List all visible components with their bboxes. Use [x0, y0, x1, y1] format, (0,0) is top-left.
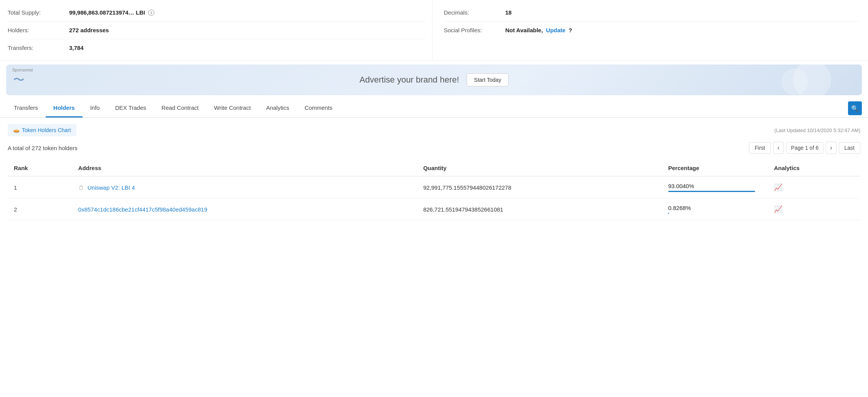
social-profiles-row: Social Profiles: Not Available, Update ? — [444, 22, 861, 39]
transfers-value: 3,784 — [69, 45, 84, 51]
holders-total-count: A total of 272 token holders — [8, 145, 78, 151]
top-info-section: Total Supply: 99,986,863.087213974… LBI … — [0, 0, 868, 61]
tab-comments[interactable]: Comments — [297, 99, 340, 117]
address-link-1[interactable]: Uniswap V2: LBI 4 — [88, 184, 135, 191]
total-supply-value: 99,986,863.087213974… LBI i — [69, 9, 154, 16]
holders-label: Holders: — [8, 27, 69, 33]
table-row: 2 0x8574c1dc186cbe21cf4417c5f98a40ed459a… — [8, 198, 860, 220]
rank-1: 1 — [8, 176, 72, 198]
tabs-container: Transfers Holders Info DEX Trades Read C… — [0, 99, 868, 118]
holders-table: Rank Address Quantity Percentage Analyti… — [8, 160, 860, 220]
tab-dex-trades[interactable]: DEX Trades — [108, 99, 154, 117]
holders-subheader: A total of 272 token holders First ‹ Pag… — [8, 142, 860, 154]
sponsored-banner: Sponsored 〜 Advertise your brand here! S… — [6, 65, 862, 95]
banner-text: Advertise your brand here! — [359, 75, 459, 85]
col-percentage: Percentage — [662, 160, 768, 176]
tabs-list: Transfers Holders Info DEX Trades Read C… — [6, 99, 340, 117]
percentage-bar-1 — [668, 191, 755, 192]
holders-header: 🥧 Token Holders Chart (Last Updated 10/1… — [8, 124, 860, 136]
pagination-next-button[interactable]: › — [826, 142, 836, 154]
total-supply-row: Total Supply: 99,986,863.087213974… LBI … — [8, 4, 424, 22]
tab-transfers[interactable]: Transfers — [6, 99, 46, 117]
file-icon-1: 🗒 — [78, 185, 84, 191]
address-cell-1: 🗒 Uniswap V2: LBI 4 — [72, 176, 417, 198]
percentage-bar-2 — [668, 213, 669, 214]
total-supply-info-icon[interactable]: i — [148, 10, 154, 16]
holders-section: 🥧 Token Holders Chart (Last Updated 10/1… — [0, 118, 868, 227]
tab-holders[interactable]: Holders — [46, 99, 83, 117]
pagination-last-button[interactable]: Last — [839, 142, 860, 154]
banner-start-today-button[interactable]: Start Today — [467, 73, 509, 86]
chart-icon: 🥧 — [13, 127, 20, 133]
table-header: Rank Address Quantity Percentage Analyti… — [8, 160, 860, 176]
pagination-prev-button[interactable]: ‹ — [773, 142, 784, 154]
analytics-icon-button-2[interactable]: 📈 — [774, 205, 782, 213]
quantity-1: 92,991,775.155579448026172278 — [417, 176, 662, 198]
col-analytics: Analytics — [768, 160, 860, 176]
rank-2: 2 — [8, 198, 72, 220]
quantity-2: 826,721.551947943852661081 — [417, 198, 662, 220]
table-body: 1 🗒 Uniswap V2: LBI 4 92,991,775.1555794… — [8, 176, 860, 220]
decorative-bird-icon: 〜 — [13, 72, 25, 88]
address-cell-2: 0x8574c1dc186cbe21cf4417c5f98a40ed459ac8… — [72, 198, 417, 220]
social-profiles-label: Social Profiles: — [444, 27, 505, 33]
pagination-page-info: Page 1 of 6 — [786, 142, 824, 154]
social-profiles-update-link[interactable]: Update — [546, 27, 566, 33]
transfers-label: Transfers: — [8, 45, 69, 51]
decimals-value: 18 — [505, 9, 512, 16]
pagination-first-button[interactable]: First — [749, 142, 771, 154]
tab-write-contract[interactable]: Write Contract — [206, 99, 258, 117]
table-row: 1 🗒 Uniswap V2: LBI 4 92,991,775.1555794… — [8, 176, 860, 198]
address-link-2[interactable]: 0x8574c1dc186cbe21cf4417c5f98a40ed459ac8… — [78, 206, 207, 213]
tab-read-contract[interactable]: Read Contract — [154, 99, 207, 117]
percentage-cell-2: 0.8268% — [662, 198, 768, 220]
col-quantity: Quantity — [417, 160, 662, 176]
decorative-circle-2 — [781, 68, 808, 95]
tab-info[interactable]: Info — [83, 99, 108, 117]
decimals-label: Decimals: — [444, 9, 505, 16]
social-profiles-value: Not Available, Update ? — [505, 27, 572, 33]
percentage-cell-1: 93.0040% — [662, 176, 768, 198]
right-panel: Decimals: 18 Social Profiles: Not Availa… — [432, 0, 868, 60]
transfers-row: Transfers: 3,784 — [8, 39, 424, 56]
tab-analytics[interactable]: Analytics — [258, 99, 297, 117]
holders-row: Holders: 272 addresses — [8, 22, 424, 39]
sponsored-label: Sponsored — [12, 68, 33, 72]
search-icon: 🔍 — [851, 105, 859, 112]
decimals-row: Decimals: 18 — [444, 4, 861, 22]
holders-value: 272 addresses — [69, 27, 109, 33]
col-rank: Rank — [8, 160, 72, 176]
last-updated-text: (Last Updated 10/14/2020 5:32:47 AM) — [774, 127, 860, 133]
left-panel: Total Supply: 99,986,863.087213974… LBI … — [0, 0, 432, 60]
analytics-cell-1: 📈 — [768, 176, 860, 198]
total-supply-label: Total Supply: — [8, 9, 69, 16]
pagination: First ‹ Page 1 of 6 › Last — [749, 142, 860, 154]
analytics-icon-button-1[interactable]: 📈 — [774, 183, 782, 192]
search-button[interactable]: 🔍 — [848, 101, 862, 115]
col-address: Address — [72, 160, 417, 176]
analytics-cell-2: 📈 — [768, 198, 860, 220]
token-holders-chart-button[interactable]: 🥧 Token Holders Chart — [8, 124, 76, 136]
